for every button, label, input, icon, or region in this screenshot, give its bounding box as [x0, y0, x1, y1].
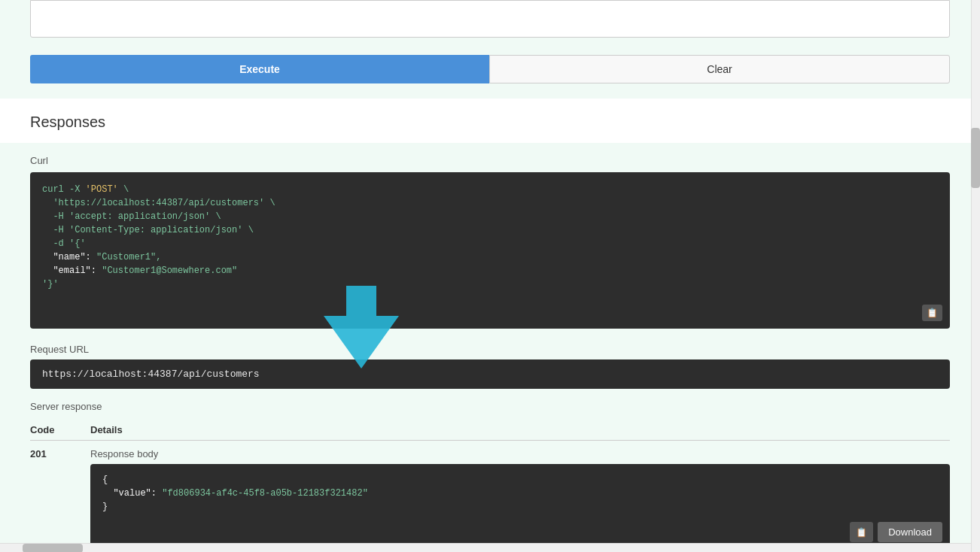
clear-button[interactable]: Clear: [489, 55, 950, 83]
response-code: 201: [30, 441, 90, 553]
response-details: Response body { "value": "fd806934-af4c-…: [90, 441, 950, 553]
response-copy-button[interactable]: 📋: [850, 522, 873, 542]
body-brace-close: }: [102, 502, 108, 512]
body-value-key: "value":: [113, 488, 157, 499]
curl-section: Curl curl -X 'POST' \ 'https://localhost…: [0, 143, 980, 344]
curl-copy-button[interactable]: 📋: [922, 305, 942, 321]
table-row: 201 Response body { "value": "fd806934-a…: [30, 441, 950, 553]
body-brace-open: {: [102, 475, 108, 485]
request-url-value: https://localhost:44387/api/customers: [30, 359, 950, 389]
response-actions: 📋 Download: [850, 522, 942, 542]
body-value-val: "fd806934-af4c-45f8-a05b-12183f321482": [162, 488, 368, 499]
server-response-label: Server response: [30, 401, 950, 412]
scrollbar-right[interactable]: [971, 0, 980, 552]
response-body-label: Response body: [90, 448, 950, 459]
curl-label: Curl: [30, 155, 950, 166]
details-column-header: Details: [90, 420, 950, 441]
responses-section: Responses: [0, 99, 980, 131]
request-textarea[interactable]: [30, 0, 950, 38]
request-url-section: Request URL https://localhost:44387/api/…: [0, 344, 980, 401]
server-response-section: Server response Code Details 201 Respons…: [0, 401, 980, 552]
curl-code-text: curl -X 'POST' \ 'https://localhost:4438…: [42, 184, 275, 290]
scrollbar-bottom[interactable]: [0, 543, 971, 552]
textarea-section: [0, 0, 980, 47]
response-table: Code Details 201 Response body { "value"…: [30, 420, 950, 552]
curl-code-block: curl -X 'POST' \ 'https://localhost:4438…: [30, 172, 950, 329]
scrollbar-thumb-bottom[interactable]: [23, 544, 83, 552]
code-column-header: Code: [30, 420, 90, 441]
download-button[interactable]: Download: [878, 522, 942, 542]
execute-button[interactable]: Execute: [30, 55, 489, 83]
scrollbar-thumb-right[interactable]: [971, 128, 980, 188]
action-buttons-row: Execute Clear: [0, 47, 980, 99]
response-body-block: { "value": "fd806934-af4c-45f8-a05b-1218…: [90, 464, 950, 550]
page-container: Execute Clear Responses Curl curl -X 'PO…: [0, 0, 980, 552]
responses-title: Responses: [30, 114, 950, 131]
request-url-label: Request URL: [30, 344, 950, 355]
